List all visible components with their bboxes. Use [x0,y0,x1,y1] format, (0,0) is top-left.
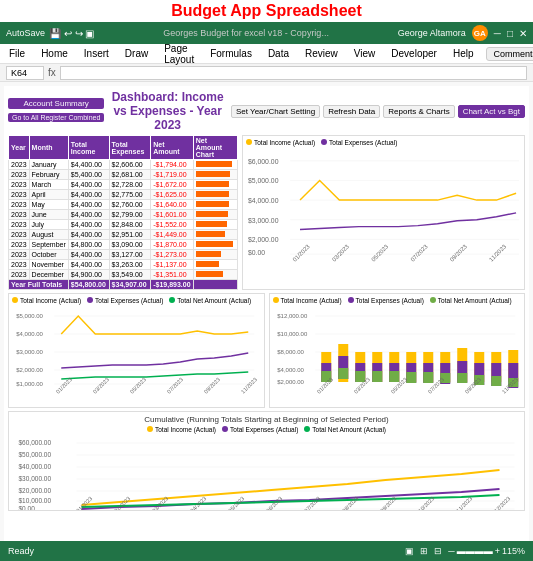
svg-text:$40,000.00: $40,000.00 [19,463,52,470]
cell-expenses: $2,775.00 [109,190,151,200]
mr-legend: Total Income (Actual) Total Expenses (Ac… [273,297,522,304]
cell-income: $4,800.00 [68,240,109,250]
status-ready: Ready [8,546,34,556]
account-summary-button[interactable]: Account Summary [8,98,104,109]
cell-year: 2023 [9,230,30,240]
reports-charts-button[interactable]: Reports & Charts [383,105,454,118]
table-row: 2023 December $4,900.00 $3,549.00 -$1,35… [9,270,238,280]
cell-income: $4,400.00 [68,250,109,260]
excel-icons: 💾 ↩ ↪ ▣ [49,28,94,39]
menu-view[interactable]: View [351,48,379,59]
cum-legend-net: Total Net Amount (Actual) [312,426,386,433]
svg-rect-57 [389,371,399,382]
svg-text:07/2023: 07/2023 [409,243,429,263]
cell-month: February [29,170,68,180]
table-row: 2023 July $4,400.00 $2,848.00 -$1,552.00 [9,220,238,230]
view-pagebreak-icon[interactable]: ⊟ [434,546,442,556]
svg-text:$30,000.00: $30,000.00 [19,475,52,482]
svg-text:07/2023: 07/2023 [166,376,184,394]
table-row: 2023 June $4,400.00 $2,799.00 -$1,601.00 [9,210,238,220]
dashboard-title: Dashboard: Income vs Expenses - Year 202… [104,90,231,132]
table-row: 2023 May $4,400.00 $2,760.00 -$1,640.00 [9,200,238,210]
zoom-out-button[interactable]: ─ [448,546,454,556]
view-layout-icon[interactable]: ⊞ [420,546,428,556]
excel-titlebar: AutoSave 💾 ↩ ↪ ▣ Georges Budget for exce… [0,22,533,44]
svg-text:12/2023: 12/2023 [493,495,511,511]
user-name: George Altamora [398,28,466,38]
user-avatar[interactable]: GA [472,25,488,41]
svg-text:03/2023: 03/2023 [331,243,351,263]
view-normal-icon[interactable]: ▣ [405,546,414,556]
comments-button[interactable]: Comments [486,47,533,61]
table-row: 2023 January $4,400.00 $2,606.00 -$1,794… [9,160,238,170]
svg-text:$20,000.00: $20,000.00 [19,487,52,494]
menu-page-layout[interactable]: Page Layout [161,43,197,65]
svg-rect-54 [372,371,382,382]
window-minimize[interactable]: ─ [494,28,501,39]
menu-help[interactable]: Help [450,48,477,59]
cell-income: $4,400.00 [68,230,109,240]
zoom-slider[interactable]: ▬▬▬▬ [457,546,493,556]
cell-year: 2023 [9,210,30,220]
status-right: ▣ ⊞ ⊟ ─ ▬▬▬▬ + 115% [405,546,525,556]
cell-net: -$1,552.00 [151,220,194,230]
formula-input[interactable] [60,66,527,80]
cell-income: $4,400.00 [68,220,109,230]
chart-act-bgt-button[interactable]: Chart Act vs Bgt [458,105,525,118]
window-maximize[interactable]: □ [507,28,513,39]
menu-developer[interactable]: Developer [388,48,440,59]
middle-left-chart: Total Income (Actual) Total Expenses (Ac… [8,293,265,408]
cell-income: $4,400.00 [68,200,109,210]
total-expenses: $34,907.00 [109,280,151,290]
cell-income: $5,400.00 [68,170,109,180]
svg-text:$10,000.00: $10,000.00 [277,331,308,337]
cell-expenses: $2,799.00 [109,210,151,220]
zoom-in-button[interactable]: + [495,546,500,556]
svg-text:$3,000.00: $3,000.00 [248,217,279,224]
cell-year: 2023 [9,260,30,270]
cell-expenses: $2,606.00 [109,160,151,170]
total-chart [193,280,237,290]
cell-chart [193,210,237,220]
data-table-container: Year Month Total Income Total Expenses N… [8,135,238,290]
cell-year: 2023 [9,270,30,280]
table-row: 2023 October $4,400.00 $3,127.00 -$1,273… [9,250,238,260]
cell-chart [193,270,237,280]
menu-file[interactable]: File [6,48,28,59]
mr-legend-net: Total Net Amount (Actual) [438,297,512,304]
excel-chrome-left: AutoSave 💾 ↩ ↪ ▣ [6,28,94,39]
svg-text:$5,000.00: $5,000.00 [16,313,43,319]
table-row: 2023 February $5,400.00 $2,681.00 -$1,71… [9,170,238,180]
menu-review[interactable]: Review [302,48,341,59]
cell-year: 2023 [9,240,30,250]
cell-net: -$1,351.00 [151,270,194,280]
menu-formulas[interactable]: Formulas [207,48,255,59]
set-year-button[interactable]: Set Year/Chart Setting [231,105,320,118]
dashboard: Account Summary Go to All Register Combi… [4,86,529,559]
window-close[interactable]: ✕ [519,28,527,39]
svg-rect-69 [457,373,467,383]
menu-data[interactable]: Data [265,48,292,59]
menu-draw[interactable]: Draw [122,48,151,59]
svg-text:09/2023: 09/2023 [203,376,221,394]
menu-home[interactable]: Home [38,48,71,59]
middle-right-chart: Total Income (Actual) Total Expenses (Ac… [269,293,526,408]
main-content: Account Summary Go to All Register Combi… [0,82,533,561]
cell-chart [193,170,237,180]
cell-expenses: $3,549.00 [109,270,151,280]
cell-net: -$1,719.00 [151,170,194,180]
cell-year: 2023 [9,160,30,170]
formula-icon: fx [48,67,56,78]
menu-insert[interactable]: Insert [81,48,112,59]
cell-month: November [29,260,68,270]
cell-income: $4,400.00 [68,190,109,200]
ml-legend: Total Income (Actual) Total Expenses (Ac… [12,297,261,304]
svg-text:11/2023: 11/2023 [240,376,258,394]
top-line-chart: Total Income (Actual) Total Expenses (Ac… [242,135,525,290]
all-register-button[interactable]: Go to All Register Combined [8,113,104,122]
cell-net: -$1,137.00 [151,260,194,270]
svg-text:$0.00: $0.00 [19,505,36,511]
cell-net: -$1,672.00 [151,180,194,190]
cell-chart [193,200,237,210]
refresh-data-button[interactable]: Refresh Data [323,105,380,118]
